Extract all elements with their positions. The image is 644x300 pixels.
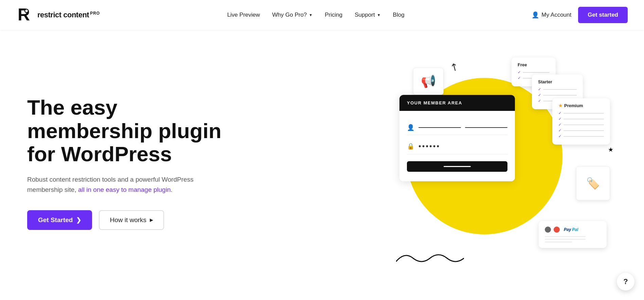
check-row: ✓	[538, 93, 577, 97]
wavy-decoration	[396, 248, 464, 268]
play-icon: ▶	[150, 217, 153, 222]
member-area-header: YOUR MEMBER AREA	[399, 95, 515, 111]
check-icon: ✓	[558, 134, 561, 138]
check-icon: ✓	[538, 93, 541, 97]
check-line	[564, 119, 604, 119]
payment-circle-icon	[545, 227, 551, 233]
check-line	[564, 136, 604, 137]
nav-support[interactable]: Support ▼	[355, 12, 380, 18]
check-row: ✓	[558, 134, 604, 138]
check-icon: ✓	[518, 76, 521, 80]
paypal-icon: Pay	[564, 227, 571, 232]
payment-lines	[545, 236, 601, 243]
pricing-starter-title: Starter	[538, 79, 577, 84]
check-icon: ✓	[558, 128, 561, 133]
brand-name: restrict contentPRO	[37, 11, 100, 19]
username-line-short	[465, 127, 507, 128]
header-right: 👤 My Account Get started	[532, 7, 628, 23]
check-row: ✓	[558, 128, 604, 133]
svg-text:R: R	[18, 6, 30, 24]
check-row: ✓	[558, 122, 604, 127]
password-field: 🔒 ••••••	[407, 138, 507, 154]
check-icon: ✓	[538, 87, 541, 91]
hero-buttons: Get Started ❯ How it works ▶	[27, 210, 224, 230]
lock-icon: 🔒	[407, 143, 414, 150]
payment-circle-red-icon	[554, 227, 560, 233]
check-icon: ✓	[538, 99, 541, 103]
chevron-down-icon: ▼	[377, 13, 381, 17]
hero-illustration: ★ ★ 📢 ↗ YOUR MEMBER AREA 👤 🔒 ••••••	[379, 57, 617, 268]
username-line	[418, 127, 461, 128]
paypal-icon: Pal	[572, 227, 578, 232]
star-icon: ★	[558, 103, 562, 108]
hero-section: The easy membership plugin for WordPress…	[0, 30, 644, 296]
login-button-line	[444, 166, 471, 167]
star-icon: ★	[608, 146, 613, 153]
payment-card: PayPal	[539, 221, 607, 248]
check-icon: ✓	[558, 117, 561, 121]
nav-pricing[interactable]: Pricing	[325, 12, 342, 18]
check-row: ✓	[538, 87, 577, 91]
check-line	[523, 72, 550, 73]
login-button[interactable]	[407, 161, 507, 172]
hero-subtitle: Robust content restriction tools and a p…	[27, 174, 197, 195]
check-row: ✓	[558, 117, 604, 121]
get-started-button-hero[interactable]: Get Started ❯	[27, 210, 92, 230]
arrow-right-icon: ❯	[76, 216, 81, 224]
nav-blog[interactable]: Blog	[393, 12, 405, 18]
how-it-works-button[interactable]: How it works ▶	[99, 210, 164, 230]
check-line	[564, 130, 604, 131]
check-icon: ✓	[558, 111, 561, 115]
hero-title: The easy membership plugin for WordPress	[27, 96, 224, 166]
member-area-body: 👤 🔒 ••••••	[399, 111, 515, 181]
pricing-free-title: Free	[518, 62, 550, 67]
check-icon: ✓	[558, 122, 561, 127]
username-field: 👤	[407, 120, 507, 135]
check-line	[543, 95, 577, 96]
pricing-premium-title: ★ Premium	[558, 103, 604, 108]
nav-live-preview[interactable]: Live Preview	[227, 12, 260, 18]
help-button[interactable]: ?	[617, 273, 634, 290]
check-line	[543, 89, 577, 90]
check-line	[564, 113, 604, 114]
logo[interactable]: R restrict contentPRO	[16, 6, 100, 24]
coupon-illustration: 🏷️	[576, 166, 610, 200]
svg-point-2	[25, 9, 28, 13]
payment-line-short	[545, 241, 572, 243]
check-row: ✓	[518, 70, 550, 74]
payment-icons: PayPal	[545, 227, 601, 233]
get-started-button-nav[interactable]: Get started	[578, 7, 628, 23]
user-field-icon: 👤	[407, 124, 414, 131]
paypal-logo: PayPal	[564, 227, 578, 232]
hero-subtitle-link[interactable]: all in one easy to manage plugin	[78, 186, 171, 193]
pricing-card-premium: ★ Premium ✓ ✓ ✓ ✓ ✓	[552, 98, 610, 145]
header: R restrict contentPRO Live Preview Why G…	[0, 0, 644, 30]
envelope-illustration: 📢	[413, 68, 444, 95]
main-nav: Live Preview Why Go Pro? ▼ Pricing Suppo…	[227, 12, 405, 18]
chevron-down-icon: ▼	[309, 13, 312, 17]
check-icon: ✓	[518, 70, 521, 74]
check-row: ✓	[558, 111, 604, 115]
payment-line	[545, 236, 586, 237]
logo-icon: R	[16, 6, 34, 24]
nav-why-go-pro[interactable]: Why Go Pro? ▼	[272, 12, 312, 18]
password-dots: ••••••	[418, 142, 440, 151]
arrow-decoration: ↗	[448, 60, 461, 74]
my-account-link[interactable]: 👤 My Account	[532, 11, 571, 19]
member-area-card: YOUR MEMBER AREA 👤 🔒 ••••••	[399, 95, 515, 181]
hero-content: The easy membership plugin for WordPress…	[27, 96, 224, 230]
check-line	[564, 124, 604, 125]
user-icon: 👤	[532, 11, 539, 19]
payment-line	[545, 239, 586, 240]
